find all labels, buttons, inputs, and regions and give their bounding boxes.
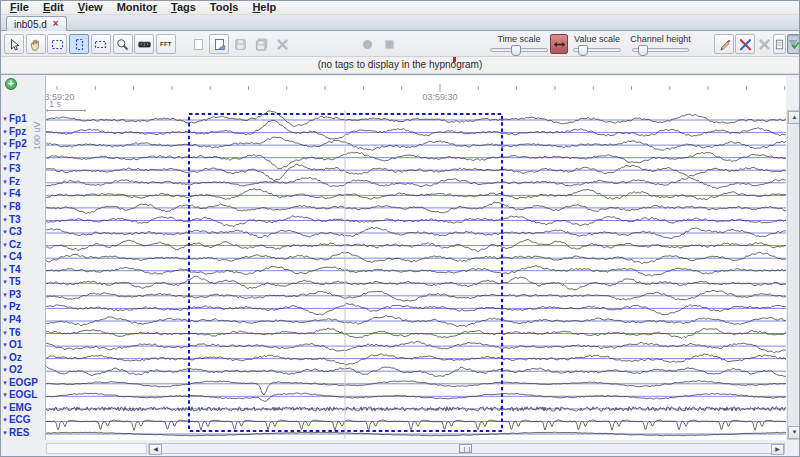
channel-expand-icon[interactable]: ▼ xyxy=(2,129,8,135)
slider-track[interactable] xyxy=(632,48,689,52)
slider-thumb[interactable] xyxy=(511,45,521,56)
channel-expand-icon[interactable]: ▼ xyxy=(2,380,8,386)
page-preview-button[interactable] xyxy=(209,34,229,54)
channel-expand-icon[interactable]: ▼ xyxy=(2,204,8,210)
channel-expand-icon[interactable]: ▼ xyxy=(2,342,8,348)
channel-expand-icon[interactable]: ▼ xyxy=(2,430,8,436)
hypnogram-bar[interactable]: (no tags to display in the hypnogram) xyxy=(1,57,799,74)
channel-expand-icon[interactable]: ▼ xyxy=(2,242,8,248)
channel-expand-icon[interactable]: ▼ xyxy=(2,417,8,423)
tab-close-icon[interactable]: × xyxy=(53,19,59,29)
channel-expand-icon[interactable]: ▼ xyxy=(2,166,8,172)
channel-expand-icon[interactable]: ▼ xyxy=(2,330,8,336)
channel-label-f3[interactable]: ▼F3 xyxy=(2,163,21,175)
channel-label-t4[interactable]: ▼T4 xyxy=(2,264,21,276)
close-document-button[interactable] xyxy=(272,34,292,54)
tab-inb05[interactable]: inb05.d × xyxy=(6,16,67,31)
channel-label-fpz[interactable]: ▼Fpz xyxy=(2,126,26,138)
channel-label-p3[interactable]: ▼P3 xyxy=(2,289,21,301)
montage-tools-button[interactable] xyxy=(735,34,755,54)
channel-label-p4[interactable]: ▼P4 xyxy=(2,314,21,326)
channel-select-tool-button[interactable] xyxy=(91,34,111,54)
channel-height-slider[interactable]: Channel height xyxy=(632,34,689,54)
fft-tool-button[interactable]: FFT xyxy=(156,34,176,54)
menu-item-view[interactable]: View xyxy=(72,1,111,14)
channel-expand-icon[interactable]: ▼ xyxy=(2,392,8,398)
channel-label-eogl[interactable]: ▼EOGL xyxy=(2,389,37,401)
channel-label-oz[interactable]: ▼Oz xyxy=(2,352,22,364)
channel-label-eogp[interactable]: ▼EOGP xyxy=(2,377,38,389)
scroll-down-icon[interactable]: ▼ xyxy=(788,426,800,439)
channel-label-t3[interactable]: ▼T3 xyxy=(2,214,21,226)
slider-thumb[interactable] xyxy=(578,45,588,56)
slider-thumb[interactable] xyxy=(638,45,648,56)
h-scrollbar-thumb[interactable] xyxy=(459,444,472,453)
channel-expand-icon[interactable]: ▼ xyxy=(2,179,8,185)
channel-expand-icon[interactable]: ▼ xyxy=(2,292,8,298)
channel-expand-icon[interactable]: ▼ xyxy=(2,267,8,273)
channel-expand-icon[interactable]: ▼ xyxy=(2,317,8,323)
new-document-button[interactable] xyxy=(188,34,208,54)
slider-track[interactable] xyxy=(573,48,621,52)
signal-traces[interactable]: 03:59:2003:59:301 s xyxy=(46,76,786,440)
save-button[interactable] xyxy=(230,34,250,54)
channel-label-c3[interactable]: ▼C3 xyxy=(2,226,22,238)
channel-label-o1[interactable]: ▼O1 xyxy=(2,339,22,351)
measure-tool-button[interactable] xyxy=(134,34,154,54)
menu-item-edit[interactable]: Edit xyxy=(37,1,72,14)
menu-item-tags[interactable]: Tags xyxy=(165,1,204,14)
save-all-button[interactable] xyxy=(251,34,271,54)
slider-track[interactable] xyxy=(490,48,548,52)
channel-label-f4[interactable]: ▼F4 xyxy=(2,188,21,200)
pan-tool-button[interactable] xyxy=(26,34,46,54)
channel-label-fp2[interactable]: ▼Fp2 xyxy=(2,138,27,150)
channel-expand-icon[interactable]: ▼ xyxy=(2,355,8,361)
menu-item-help[interactable]: Help xyxy=(246,1,284,14)
channel-expand-icon[interactable]: ▼ xyxy=(2,154,8,160)
edit-montage-button[interactable] xyxy=(714,34,734,54)
document-info-button[interactable] xyxy=(773,34,786,54)
rect-select-tool-button[interactable] xyxy=(47,34,67,54)
channel-label-fz[interactable]: ▼Fz xyxy=(2,176,20,188)
channel-label-fp1[interactable]: ▼Fp1 xyxy=(2,113,27,125)
record-button[interactable] xyxy=(357,34,377,54)
channel-expand-icon[interactable]: ▼ xyxy=(2,405,8,411)
channel-label-t5[interactable]: ▼T5 xyxy=(2,276,21,288)
channel-label-o2[interactable]: ▼O2 xyxy=(2,364,22,376)
channel-expand-icon[interactable]: ▼ xyxy=(2,116,8,122)
channel-expand-icon[interactable]: ▼ xyxy=(2,217,8,223)
signal-canvas[interactable]: 03:59:2003:59:301 s xyxy=(45,76,786,440)
channel-label-c4[interactable]: ▼C4 xyxy=(2,251,22,263)
vertical-scrollbar[interactable]: ▲ ▼ xyxy=(787,110,800,440)
fit-time-button-button[interactable] xyxy=(550,34,568,54)
time-select-tool-button[interactable] xyxy=(69,34,89,54)
channel-expand-icon[interactable]: ▼ xyxy=(2,141,8,147)
channel-label-f7[interactable]: ▼F7 xyxy=(2,151,21,163)
menu-item-tools[interactable]: Tools xyxy=(204,1,247,14)
channel-label-ecg[interactable]: ▼ECG xyxy=(2,414,31,426)
channel-expand-icon[interactable]: ▼ xyxy=(2,279,8,285)
stop-button[interactable] xyxy=(379,34,399,54)
value-scale-slider[interactable]: Value scale xyxy=(573,34,621,54)
channel-label-t6[interactable]: ▼T6 xyxy=(2,327,21,339)
menu-item-monitor[interactable]: Monitor xyxy=(111,1,165,14)
scroll-left-icon[interactable]: ◀ xyxy=(149,444,162,455)
channel-label-cz[interactable]: ▼Cz xyxy=(2,239,21,251)
channel-label-emg[interactable]: ▼EMG xyxy=(2,402,32,414)
remove-montage-button[interactable] xyxy=(756,34,772,54)
apply-filter-button[interactable] xyxy=(787,34,800,54)
horizontal-scrollbar[interactable]: ◀ ▶ xyxy=(148,443,785,454)
zoom-tool-button[interactable] xyxy=(113,34,133,54)
channel-label-f8[interactable]: ▼F8 xyxy=(2,201,21,213)
channel-label-res[interactable]: ▼RES xyxy=(2,427,30,439)
time-scale-slider[interactable]: Time scale xyxy=(490,34,548,54)
channel-expand-icon[interactable]: ▼ xyxy=(2,367,8,373)
channel-expand-icon[interactable]: ▼ xyxy=(2,254,8,260)
menu-item-file[interactable]: File xyxy=(4,1,37,14)
channel-label-pz[interactable]: ▼Pz xyxy=(2,301,21,313)
scroll-up-icon[interactable]: ▲ xyxy=(788,111,800,124)
channel-expand-icon[interactable]: ▼ xyxy=(2,304,8,310)
scroll-right-icon[interactable]: ▶ xyxy=(771,444,784,455)
channel-expand-icon[interactable]: ▼ xyxy=(2,191,8,197)
channel-expand-icon[interactable]: ▼ xyxy=(2,229,8,235)
